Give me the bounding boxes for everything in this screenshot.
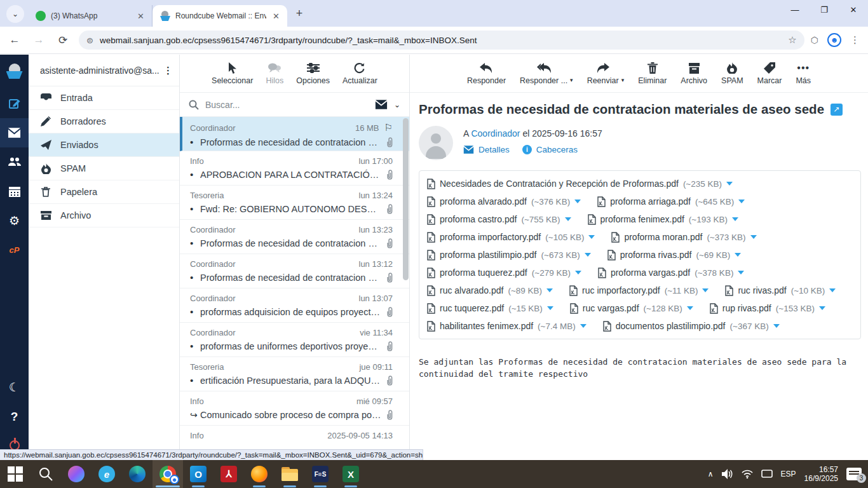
extensions-icon[interactable]: ⬡ <box>811 35 818 45</box>
search-options-chevron-icon[interactable]: ⌄ <box>394 100 400 109</box>
volume-icon[interactable] <box>722 469 733 479</box>
attachment-item[interactable]: ruc imporfactory.pdf (~11 KB) <box>569 281 709 299</box>
reply-button[interactable]: Responder <box>467 62 506 85</box>
download-chevron-icon[interactable] <box>735 253 741 257</box>
edge-icon[interactable] <box>122 460 153 488</box>
download-chevron-icon[interactable] <box>726 182 733 186</box>
account-menu-icon[interactable]: ⋮ <box>163 65 173 76</box>
headers-toggle[interactable]: i Cabeceras <box>522 145 578 154</box>
roundcube-logo[interactable] <box>0 60 29 89</box>
forward-button[interactable]: → <box>29 30 48 50</box>
site-settings-icon[interactable]: ⊜ <box>86 36 93 45</box>
attachment-item[interactable]: proforma plastilimpio.pdf (~673 KB) <box>427 246 591 264</box>
tab-roundcube[interactable]: Roundcube Webmail :: Enviados ✕ <box>153 5 287 27</box>
download-chevron-icon[interactable] <box>773 324 780 328</box>
search-input[interactable] <box>205 100 369 110</box>
attachment-item[interactable]: proforma fenimex.pdf (~193 KB) <box>588 210 738 228</box>
taskbar-search-button[interactable] <box>31 460 61 488</box>
new-tab-button[interactable]: + <box>291 5 308 22</box>
options-button[interactable]: Opciones <box>296 62 330 85</box>
list-item[interactable]: Coordinador lun 13:23 ⚐ • Proformas de n… <box>180 220 409 254</box>
reload-button[interactable]: ⟳ <box>53 30 72 50</box>
cpanel-icon[interactable]: cP <box>0 235 29 264</box>
folder-enviados[interactable]: Enviados <box>29 133 179 157</box>
mail-nav-icon[interactable] <box>0 118 29 147</box>
open-in-new-window-icon[interactable]: ↗ <box>831 104 843 116</box>
list-item[interactable]: Tesoreria jue 09:11 ⚐ • ertificación Pre… <box>180 357 409 391</box>
attachment-item[interactable]: ruc vargas.pdf (~128 KB) <box>570 299 693 317</box>
download-chevron-icon[interactable] <box>588 235 595 239</box>
bookmark-star-icon[interactable]: ☆ <box>788 34 796 46</box>
file-explorer-icon[interactable] <box>275 460 305 488</box>
download-chevron-icon[interactable] <box>547 306 553 310</box>
calendar-nav-icon[interactable] <box>0 177 29 206</box>
chrome-icon[interactable]: ☻ <box>153 460 183 488</box>
forward-button[interactable]: Reenviar <box>587 62 619 85</box>
attachment-item[interactable]: proforma rivas.pdf (~69 KB) <box>607 246 741 264</box>
spam-button[interactable]: SPAM <box>721 62 743 85</box>
close-tab-icon[interactable]: ✕ <box>271 11 281 21</box>
attachment-item[interactable]: proforma arriaga.pdf (~645 KB) <box>597 193 745 210</box>
contacts-nav-icon[interactable] <box>0 147 29 177</box>
list-scrollbar[interactable] <box>403 118 409 280</box>
list-item[interactable]: Info mié 09:57 ⚐ ↪ Comunicado sobre proc… <box>180 391 409 426</box>
attachment-item[interactable]: documentos plastilimpio.pdf (~367 KB) <box>603 317 780 335</box>
notification-center-icon[interactable]: 3 <box>846 468 862 480</box>
minimize-button[interactable]: — <box>780 0 810 19</box>
folder-entrada[interactable]: Entrada <box>29 86 179 110</box>
search-scope-icon[interactable] <box>375 100 388 109</box>
acrobat-icon[interactable]: ⅄ <box>214 460 244 488</box>
clock[interactable]: 16:57 16/9/2025 <box>804 465 838 483</box>
download-chevron-icon[interactable] <box>575 271 581 274</box>
back-button[interactable]: ← <box>5 30 24 50</box>
internet-explorer-icon[interactable]: e <box>92 460 122 488</box>
attachment-item[interactable]: proforma imporfactory.pdf (~105 KB) <box>427 228 595 246</box>
attachment-item[interactable]: ruc tuquerez.pdf (~15 KB) <box>427 299 553 317</box>
close-tab-icon[interactable]: ✕ <box>136 11 146 21</box>
cast-icon[interactable] <box>761 470 773 478</box>
attachment-item[interactable]: proforma castro.pdf (~755 KB) <box>427 210 571 228</box>
download-chevron-icon[interactable] <box>738 271 744 274</box>
threads-button[interactable]: Hilos <box>266 62 283 85</box>
attachment-item[interactable]: rup rivas.pdf (~153 KB) <box>710 299 825 317</box>
list-item[interactable]: Coordinador lun 13:12 ⚐ • Proformas de n… <box>180 254 409 288</box>
profile-avatar[interactable]: ☻ <box>827 33 841 47</box>
download-chevron-icon[interactable] <box>738 200 745 203</box>
outlook-icon[interactable]: O <box>183 460 214 488</box>
settings-nav-icon[interactable]: ⚙ <box>0 206 29 235</box>
excel-icon[interactable]: X <box>336 460 366 488</box>
list-item[interactable]: Coordinador lun 13:07 ⚐ • proformas adqu… <box>180 288 409 323</box>
language-indicator[interactable]: ESP <box>781 470 796 478</box>
wifi-icon[interactable] <box>742 470 753 478</box>
fes-app-icon[interactable]: F≡S <box>305 460 336 488</box>
refresh-button[interactable]: Actualizar <box>342 62 377 85</box>
select-button[interactable]: Seleccionar <box>212 62 253 85</box>
download-chevron-icon[interactable] <box>750 235 757 239</box>
list-item[interactable]: Info lun 17:00 ⚐ • APROBACION PARA LA CO… <box>180 151 409 186</box>
folder-archivo[interactable]: Archivo <box>29 204 179 227</box>
recipient-link[interactable]: Coordinador <box>471 128 520 139</box>
download-chevron-icon[interactable] <box>546 288 553 292</box>
attachment-item[interactable]: habilitantes fenimex.pdf (~7.4 MB) <box>427 317 587 335</box>
folder-borradores[interactable]: Borradores <box>29 110 179 133</box>
more-button[interactable]: ••• Más <box>796 62 811 85</box>
download-chevron-icon[interactable] <box>687 306 693 310</box>
close-button[interactable]: ✕ <box>839 0 868 19</box>
download-chevron-icon[interactable] <box>732 217 738 221</box>
download-chevron-icon[interactable] <box>565 217 571 221</box>
list-item[interactable]: Coordinador vie 11:34 ⚐ • proformas de u… <box>180 323 409 357</box>
attachment-item[interactable]: proforma vargas.pdf (~378 KB) <box>598 264 744 281</box>
download-chevron-icon[interactable] <box>702 288 709 292</box>
address-bar[interactable]: ⊜ webmail.sanjuan.gob.ec/cpsess961547467… <box>79 30 804 50</box>
download-chevron-icon[interactable] <box>829 288 836 292</box>
reply-all-button[interactable]: Responder ... <box>520 62 567 85</box>
list-item[interactable]: Coordinador 16 MB ⚐ • Proformas de neces… <box>180 117 409 151</box>
attachment-item[interactable]: proforma moran.pdf (~373 KB) <box>611 228 756 246</box>
folder-papelera[interactable]: Papelera <box>29 180 179 204</box>
browser-menu-icon[interactable]: ⋮ <box>850 34 860 46</box>
reply-all-menu-chevron-icon[interactable]: ▾ <box>570 77 573 83</box>
download-chevron-icon[interactable] <box>574 200 581 203</box>
delete-button[interactable]: Eliminar <box>638 62 667 85</box>
help-icon[interactable]: ? <box>0 402 29 431</box>
restore-button[interactable]: ❐ <box>810 0 839 19</box>
